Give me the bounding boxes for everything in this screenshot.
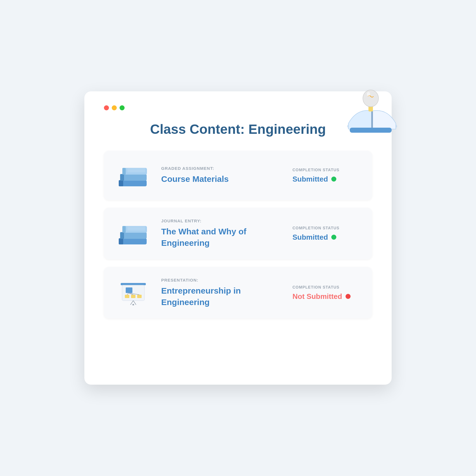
svg-rect-20	[122, 226, 126, 233]
decoration-icon	[341, 80, 403, 136]
status-label: COMPLETION STATUS	[292, 168, 360, 172]
status-value-3: Not Submitted	[292, 292, 360, 301]
assignment-content-course-materials: GRADED ASSIGNMENT: Course Materials	[161, 166, 281, 185]
svg-rect-2	[350, 128, 392, 133]
status-text-2: Submitted	[292, 233, 328, 242]
svg-rect-18	[120, 232, 124, 239]
page-title: Class Content: Engineering	[104, 122, 372, 137]
svg-rect-8	[120, 174, 147, 181]
svg-rect-17	[120, 232, 147, 239]
status-text-3: Not Submitted	[292, 292, 342, 301]
main-window: Class Content: Engineering GRADED ASSIGN…	[84, 91, 392, 385]
svg-rect-16	[119, 238, 123, 244]
assignment-type-label-2: JOURNAL ENTRY:	[161, 218, 281, 223]
assignment-name: Course Materials	[161, 173, 281, 185]
books-icon	[116, 161, 150, 189]
svg-rect-9	[120, 174, 124, 181]
svg-rect-25	[122, 285, 144, 301]
status-text: Submitted	[292, 175, 328, 184]
assignment-card-what-and-why[interactable]: JOURNAL ENTRY: The What and Why of Engin…	[104, 208, 372, 259]
status-section-what-and-why: COMPLETION STATUS Submitted	[292, 226, 360, 242]
svg-rect-24	[121, 283, 146, 285]
traffic-light-yellow[interactable]	[112, 105, 117, 110]
status-value-2: Submitted	[292, 233, 360, 242]
presentation-icon	[116, 279, 150, 307]
books-icon-2	[116, 220, 150, 247]
status-section-course-materials: COMPLETION STATUS Submitted	[292, 168, 360, 184]
title-bar	[104, 105, 372, 110]
status-value: Submitted	[292, 175, 360, 184]
svg-point-35	[132, 304, 134, 305]
svg-rect-26	[126, 287, 132, 293]
assignment-content-entrepreneurship: PRESENTATION: Entrepreneurship in Engine…	[161, 278, 281, 308]
assignment-card-course-materials[interactable]: GRADED ASSIGNMENT: Course Materials COMP…	[104, 151, 372, 200]
svg-rect-11	[122, 168, 126, 175]
status-dot-green-2	[331, 235, 336, 240]
traffic-light-red[interactable]	[104, 105, 109, 110]
status-label-3: COMPLETION STATUS	[292, 285, 360, 289]
status-dot-red	[346, 294, 351, 299]
assignment-card-entrepreneurship[interactable]: PRESENTATION: Entrepreneurship in Engine…	[104, 267, 372, 318]
assignment-type-label-3: PRESENTATION:	[161, 278, 281, 282]
status-label-2: COMPLETION STATUS	[292, 226, 360, 230]
assignment-name-3: Entrepreneurship in Engineering	[161, 285, 281, 308]
svg-rect-7	[119, 180, 123, 186]
svg-rect-1	[371, 111, 373, 130]
assignment-content-what-and-why: JOURNAL ENTRY: The What and Why of Engin…	[161, 218, 281, 249]
status-section-entrepreneurship: COMPLETION STATUS Not Submitted	[292, 285, 360, 301]
svg-rect-29	[137, 295, 142, 298]
traffic-light-green[interactable]	[120, 105, 125, 110]
status-dot-green	[331, 177, 336, 182]
svg-rect-27	[125, 295, 129, 298]
assignment-name-2: The What and Why of Engineering	[161, 226, 281, 249]
svg-point-4	[363, 90, 379, 107]
svg-rect-28	[131, 295, 135, 298]
assignment-type-label: GRADED ASSIGNMENT:	[161, 166, 281, 171]
svg-point-5	[367, 92, 370, 96]
